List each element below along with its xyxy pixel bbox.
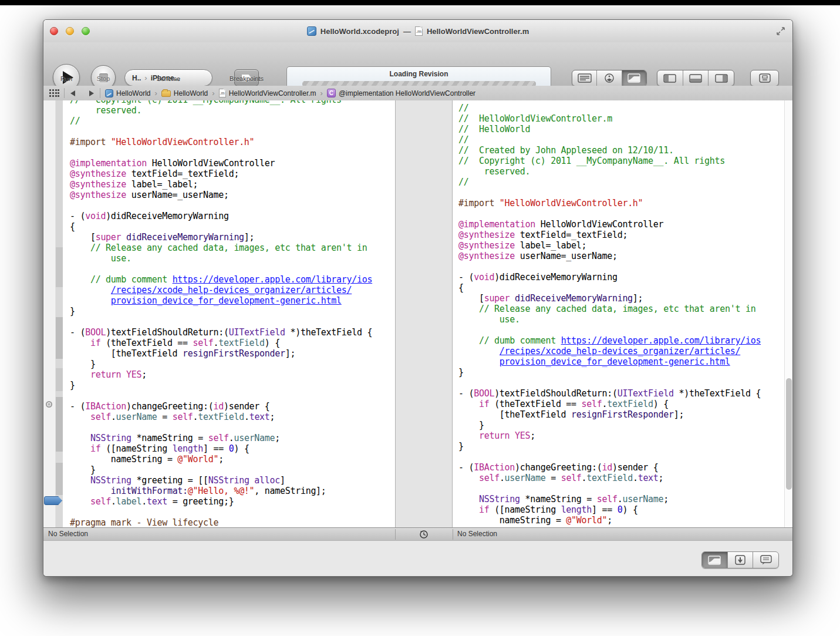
code-line[interactable]: // Copyright (c) 2011 __MyCompanyName__.… <box>70 100 395 105</box>
code-line[interactable]: @synthesize userName=_userName; <box>70 190 395 200</box>
code-line[interactable] <box>458 325 793 335</box>
code-line[interactable]: - (BOOL)textFieldShouldReturn:(UITextFie… <box>458 388 793 399</box>
code-line[interactable] <box>70 317 395 327</box>
code-line[interactable]: return YES; <box>70 369 395 380</box>
code-line[interactable]: self.label.text = greeting;} <box>70 496 395 507</box>
code-line[interactable]: use. <box>458 314 793 325</box>
code-line[interactable]: // HelloWorldViewController.m <box>458 113 793 124</box>
code-line[interactable]: @synthesize userName=_userName; <box>458 251 793 261</box>
code-line[interactable]: initWithFormat:@"Hello, %@!", nameString… <box>70 486 395 496</box>
code-line[interactable]: self.userName = self.textField.text; <box>458 473 793 483</box>
code-line[interactable]: } <box>458 441 793 452</box>
code-line[interactable]: if (theTextField == self.textField) { <box>70 338 395 348</box>
code-line[interactable]: // HelloWorld <box>458 124 793 134</box>
code-line[interactable]: // <box>458 103 793 113</box>
code-line[interactable]: // Copyright (c) 2011 __MyCompanyName__.… <box>458 156 793 166</box>
code-line[interactable]: // Created by John Appleseed on 12/10/11… <box>458 145 793 156</box>
code-line[interactable]: reserved. <box>458 166 793 177</box>
code-line[interactable]: #import "HelloWorldViewController.h" <box>70 137 395 147</box>
ibaction-connection-indicator[interactable] <box>46 401 52 408</box>
code-line[interactable]: - (void)didReceiveMemoryWarning <box>458 272 793 282</box>
code-line[interactable]: - (BOOL)textFieldShouldReturn:(UITextFie… <box>70 327 395 338</box>
code-line[interactable]: { <box>458 282 793 293</box>
code-line[interactable]: } <box>70 359 395 369</box>
code-line[interactable]: // <box>458 134 793 145</box>
breadcrumb-symbol[interactable]: C @implementation HelloWorldViewControll… <box>327 89 475 97</box>
source-code-left[interactable]: // Copyright (c) 2011 __MyCompanyName__.… <box>70 100 395 527</box>
back-arrow-icon[interactable] <box>69 90 76 97</box>
code-line[interactable]: [theTextField resignFirstResponder]; <box>458 409 793 420</box>
code-line[interactable]: #import "HelloWorldViewController.h" <box>458 198 793 208</box>
code-line[interactable]: - (IBAction)changeGreeting:(id)sender { <box>458 462 793 473</box>
navigator-panel-button[interactable] <box>657 70 683 86</box>
code-line[interactable]: if (theTextField == self.textField) { <box>458 399 793 409</box>
code-line[interactable]: } <box>70 380 395 391</box>
code-line[interactable]: @implementation HelloWorldViewController <box>70 158 395 169</box>
code-line[interactable]: [super didReceiveMemoryWarning]; <box>458 293 793 304</box>
scrollbar-thumb[interactable] <box>786 378 792 490</box>
code-line[interactable] <box>458 452 793 462</box>
code-line[interactable]: // <box>458 177 793 187</box>
code-line[interactable]: // Release any cached data, images, etc … <box>458 304 793 314</box>
breadcrumb-group[interactable]: HelloWorld <box>161 89 208 97</box>
source-code-right[interactable]: //// HelloWorldViewController.m// HelloW… <box>458 103 793 526</box>
code-line[interactable]: NSString *nameString = self.userName; <box>458 494 793 504</box>
code-line[interactable] <box>70 147 395 158</box>
code-line[interactable]: // <box>70 116 395 126</box>
code-line[interactable] <box>458 208 793 219</box>
version-editor-button[interactable] <box>622 70 646 86</box>
code-line[interactable]: NSString *greeting = [[NSString alloc] <box>70 475 395 486</box>
code-line[interactable]: @synthesize label=_label; <box>458 240 793 251</box>
code-line[interactable]: - (void)didReceiveMemoryWarning <box>70 211 395 221</box>
code-line[interactable]: #pragma mark - View lifecycle <box>70 517 395 527</box>
code-line[interactable]: @implementation HelloWorldViewController <box>458 219 793 230</box>
code-line[interactable]: // dumb comment https://developer.apple.… <box>458 335 793 346</box>
code-line[interactable]: } <box>458 420 793 430</box>
code-line[interactable] <box>458 483 793 494</box>
assistant-editor-button[interactable] <box>597 70 622 86</box>
code-line[interactable]: // Release any cached data, images, etc … <box>70 243 395 253</box>
code-line[interactable]: if ([nameString length] == 0) { <box>70 443 395 454</box>
timeline-clock-button[interactable] <box>418 529 430 540</box>
breadcrumb-file[interactable]: .m HelloWorldViewController.m <box>219 89 316 97</box>
source-editor-left-pane[interactable]: // Copyright (c) 2011 __MyCompanyName__.… <box>43 100 395 527</box>
code-line[interactable] <box>70 126 395 137</box>
debug-area-button[interactable] <box>683 70 709 86</box>
utilities-panel-button[interactable] <box>709 70 734 86</box>
blame-view-button[interactable] <box>728 552 754 568</box>
code-line[interactable]: } <box>70 306 395 317</box>
scrollbar-track[interactable] <box>784 100 793 527</box>
code-line[interactable]: @synthesize textField=_textField; <box>458 230 793 240</box>
code-line[interactable]: [super didReceiveMemoryWarning]; <box>70 232 395 243</box>
code-line[interactable]: - (IBAction)changeGreeting:(id)sender { <box>70 401 395 412</box>
code-line[interactable] <box>70 200 395 211</box>
code-line[interactable]: @synthesize textField=_textField; <box>70 169 395 179</box>
code-line[interactable] <box>70 391 395 401</box>
window-titlebar[interactable]: HelloWorld.xcodeproj — .m HelloWorldView… <box>43 20 792 43</box>
organizer-button[interactable] <box>750 70 779 86</box>
breadcrumb-project[interactable]: HelloWorld <box>105 89 150 97</box>
code-line[interactable]: @synthesize label=_label; <box>70 179 395 190</box>
fullscreen-icon[interactable] <box>776 26 785 36</box>
forward-arrow-icon[interactable] <box>89 90 95 97</box>
code-line[interactable] <box>70 264 395 274</box>
source-editor-right-pane[interactable]: //// HelloWorldViewController.m// HelloW… <box>453 100 793 527</box>
code-line[interactable] <box>70 507 395 517</box>
code-line[interactable] <box>70 422 395 433</box>
code-line[interactable]: nameString = @"World"; <box>70 454 395 465</box>
code-line[interactable]: } <box>70 465 395 475</box>
comparison-view-button[interactable] <box>702 552 728 568</box>
standard-editor-button[interactable] <box>572 70 597 86</box>
code-line[interactable]: if ([nameString length] == 0) { <box>458 504 793 515</box>
code-line[interactable]: [theTextField resignFirstResponder]; <box>70 348 395 359</box>
code-line[interactable]: self.userName = self.textField.text; <box>70 412 395 422</box>
code-line[interactable]: /recipes/xcode_help-devices_organizer/ar… <box>458 346 793 356</box>
code-line[interactable]: NSString *nameString = self.userName; <box>70 433 395 443</box>
code-line[interactable]: { <box>70 221 395 232</box>
log-view-button[interactable] <box>753 552 778 568</box>
code-line[interactable]: nameString = @"World"; <box>458 515 793 526</box>
code-line[interactable]: return YES; <box>458 430 793 441</box>
code-line[interactable]: /recipes/xcode_help-devices_organizer/ar… <box>70 285 395 295</box>
code-line[interactable]: provision_device_for_development-generic… <box>70 295 395 306</box>
related-items-icon[interactable] <box>49 89 59 97</box>
